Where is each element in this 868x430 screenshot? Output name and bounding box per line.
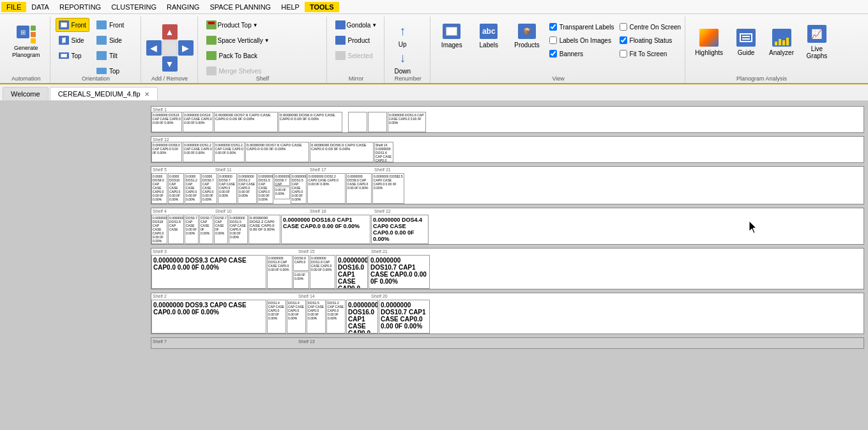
product-cell-large: 0.0000000 DOS2.2 CAP0 CASE CAP0.0 0.00 0… <box>248 215 280 244</box>
selected-icon <box>335 51 346 60</box>
images-button[interactable]: Images <box>436 18 468 54</box>
labels-button[interactable]: abc Labels <box>473 18 505 54</box>
product-cell: DOS0.7 CAP CASE 0F 0.00% <box>199 215 213 244</box>
top-icon <box>59 52 69 59</box>
floating-status-checkbox[interactable] <box>620 36 627 44</box>
tilt-button[interactable]: Tilt <box>93 49 127 63</box>
product-cell: DOS1.4 CAP CASE CAP0.0 0.00 0F 0.00% <box>287 300 306 334</box>
menu-reporting[interactable]: REPORTING <box>54 2 106 12</box>
top-button[interactable]: Top <box>56 49 89 63</box>
space-vertically-button[interactable]: Space Vertically ▼ <box>203 33 273 47</box>
product-cell: 0.0000000 DOS1.6 CAP CASE CAP0.0 0.00 0F… <box>388 112 426 132</box>
transparent-labels-checkbox[interactable] <box>549 23 557 31</box>
product-cell: 0.0000000 DOS1.8 CAP CASE <box>168 215 184 244</box>
fit-to-screen-row: Fit To Screen <box>620 47 681 60</box>
group-orientation: Front Side Top Front <box>52 17 141 83</box>
add-down-button[interactable]: ▼ <box>162 56 178 72</box>
merge-shelves-label: Merge Shelves <box>219 68 262 75</box>
down-button[interactable]: ↓ Down <box>390 51 415 74</box>
labels-on-images-label: Labels On Images <box>560 37 611 44</box>
analyzer-button[interactable]: Analyzer <box>765 18 798 66</box>
highlights-label: Highlights <box>695 49 723 56</box>
front-icon <box>59 20 69 29</box>
side-button[interactable]: Side <box>56 33 89 47</box>
front2-button[interactable]: Front <box>93 18 127 32</box>
product-cell-xl4: 0.0000000 DOS10.7 CAP1 CASE CAP0.0 0.00 … <box>369 255 430 289</box>
centre-on-screen-checkbox[interactable] <box>620 23 627 31</box>
tab-cereals[interactable]: CEREALS_MEDIUM_4.flp ✕ <box>50 87 158 100</box>
menu-tools[interactable]: TOOLS <box>305 2 339 12</box>
tab-welcome-label: Welcome <box>11 90 40 98</box>
group-view: Images abc Labels 📦 Products <box>432 17 685 83</box>
top-label: Top <box>72 52 82 59</box>
planogram-canvas[interactable]: Shelf 1 0.0000000 DOS16 CAP CASE CAP0.0 … <box>147 101 868 430</box>
product-cell: 0.0000000 DOS7.6 CAP0 CASE CAP0.0 0.00 0… <box>214 112 278 132</box>
side-label: Side <box>72 37 84 44</box>
product-cell: DOS0.9 CAP0.0 <box>293 255 309 271</box>
banners-row: Banners <box>549 47 614 60</box>
gondola-button[interactable]: Gondola ▼ <box>332 18 381 32</box>
menu-space-planning[interactable]: SPACE PLANNING <box>204 2 276 12</box>
gondola-arrow: ▼ <box>372 22 377 28</box>
product-cell: DOS1.4 CAP CASE CAP0.0 0.00 0F 0.00% <box>267 300 286 334</box>
product-top-button[interactable]: Product Top ▼ <box>203 18 261 32</box>
view-label: View <box>432 75 685 82</box>
product-cell: 0.0000000 DOS16 CAP CASE CAP0.0 0.00 0F … <box>183 112 213 132</box>
down-icon: ↓ <box>399 50 406 65</box>
up-button[interactable]: ↑ Up <box>390 24 415 47</box>
product-cell-bottom2: 0.0000000 DOS16.0 CAP1 CASE CAP0.0 0.00 … <box>346 300 378 334</box>
side2-button[interactable]: Side <box>93 33 127 47</box>
group-planogram-analysis: Highlights Guide Analyzer <box>687 17 837 83</box>
add-remove-label: Add / Remove <box>142 75 197 82</box>
shelf-5-label: Shelf 5 <box>153 167 167 172</box>
tab-welcome[interactable]: Welcome <box>3 87 49 100</box>
live-graphs-button[interactable]: 📈 LiveGraphs <box>801 18 833 66</box>
side2-label: Side <box>109 37 122 44</box>
front-button[interactable]: Front <box>56 18 89 32</box>
shelf-20-label: Shelf 20 <box>371 294 388 298</box>
add-down-icon: ▼ <box>165 59 174 69</box>
add-right-button[interactable]: ▶ <box>178 40 194 56</box>
orientation-label: Orientation <box>52 75 141 82</box>
ribbon: ⊞ GeneratePlanogram Automation <box>0 14 868 84</box>
menu-ranging[interactable]: RANGING <box>162 2 204 12</box>
product-cell: 0.000000 DOS0.7 CAP CASE CAP0.0 0.00 0F … <box>218 173 237 204</box>
automation-label: Automation <box>3 75 50 82</box>
shelf-label: Shelf <box>199 75 326 82</box>
product-cell-xl3: 0.0000000 DOS16.0 CAP1 CASE CAP0.0 0.00 … <box>336 255 368 289</box>
fit-to-screen-checkbox[interactable] <box>620 50 627 58</box>
product-mirror-button[interactable]: Product <box>332 33 373 47</box>
space-vertically-icon <box>206 36 217 45</box>
gondola-label: Gondola <box>347 22 371 29</box>
tab-cereals-close[interactable]: ✕ <box>144 91 149 98</box>
menu-file[interactable]: FILE <box>1 2 26 12</box>
selected-label: Selected <box>348 52 373 59</box>
up-icon: ↑ <box>399 24 406 38</box>
banners-checkbox[interactable] <box>549 50 557 58</box>
menu-help[interactable]: HELP <box>276 2 305 12</box>
generate-icon: ⊞ <box>17 26 29 38</box>
renumber-label: Renumber <box>386 75 430 82</box>
selected-button[interactable]: Selected <box>332 49 376 63</box>
menu-data[interactable]: DATA <box>26 2 54 12</box>
products-button[interactable]: 📦 Products <box>510 18 544 54</box>
images-icon <box>443 24 461 39</box>
floating-status-row: Floating Status <box>620 34 681 47</box>
pack-to-back-button[interactable]: Pack To Back <box>203 49 261 63</box>
highlights-icon <box>699 29 719 47</box>
add-up-button[interactable]: ▲ <box>162 24 178 40</box>
labels-on-images-checkbox[interactable] <box>549 36 557 44</box>
generate-planogram-button[interactable]: ⊞ GeneratePlanogram <box>6 18 46 66</box>
guide-button[interactable]: Guide <box>730 18 762 66</box>
space-vertically-label: Space Vertically <box>218 37 263 44</box>
images-label: Images <box>441 42 462 49</box>
product-cell: 0.0000 DOS0.7 CAP CASE CAP0.0 0.00 0F 0.… <box>201 173 217 204</box>
live-graphs-icon: 📈 <box>807 25 826 43</box>
shelf-7-label: Shelf 7 <box>153 339 167 344</box>
highlights-button[interactable]: Highlights <box>690 18 727 66</box>
front-label: Front <box>72 22 86 29</box>
merge-shelves-icon <box>206 66 217 75</box>
add-left-button[interactable]: ◀ <box>146 40 162 56</box>
tilt-label: Tilt <box>109 52 118 59</box>
menu-clustering[interactable]: CLUSTERING <box>106 2 162 12</box>
